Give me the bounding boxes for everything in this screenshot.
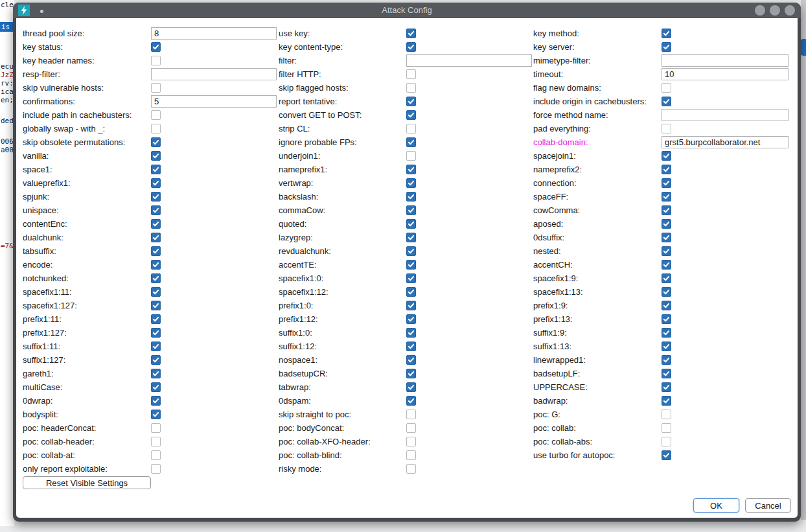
checkbox-use-turbo-for-autopoc[interactable] [662,450,671,460]
checkbox-prefix1-0[interactable] [406,301,416,310]
window-minimize-button[interactable] [755,5,765,16]
checkbox-skip-vulnerable-hosts[interactable] [151,83,161,93]
input-resp-filter[interactable] [151,68,277,80]
checkbox-include-origin-in-cachebusters[interactable] [662,97,671,106]
window-close-button[interactable] [785,5,795,16]
checkbox-include-path-in-cachebusters[interactable] [151,110,161,120]
checkbox-filter-http[interactable] [406,69,416,79]
checkbox-report-tentative[interactable] [406,97,416,106]
checkbox-suffix1-12[interactable] [406,341,416,351]
checkbox-accentte[interactable] [406,260,416,270]
checkbox-0dspam[interactable] [406,396,416,406]
checkbox-backslash[interactable] [406,192,416,202]
checkbox-poc-headerconcat[interactable] [151,423,161,433]
checkbox-spacefix1-127[interactable] [151,301,161,310]
checkbox-spaceff[interactable] [662,192,671,202]
checkbox-commacow[interactable] [406,205,416,215]
checkbox-suffix1-13[interactable] [662,341,671,351]
input-confirmations[interactable] [151,95,277,108]
input-filter[interactable] [406,54,532,67]
checkbox-connection[interactable] [662,178,671,188]
checkbox-pad-everything[interactable] [662,124,671,133]
checkbox-vertwrap[interactable] [406,178,416,188]
checkbox-spacefix1-13[interactable] [662,287,671,297]
checkbox-convert-get-to-post[interactable] [406,110,416,120]
checkbox-linewrapped1[interactable] [662,355,671,365]
checkbox-prefix1-127[interactable] [151,328,161,338]
checkbox-nameprefix1[interactable] [406,165,416,174]
checkbox-unispace[interactable] [151,205,161,215]
checkbox-poc-g[interactable] [662,410,671,419]
checkbox-aposed[interactable] [662,219,671,229]
checkbox-encode[interactable] [151,260,161,270]
checkbox-prefix1-11[interactable] [151,314,161,324]
checkbox-accentch[interactable] [662,260,671,270]
checkbox-poc-collab-at[interactable] [151,450,161,460]
checkbox-poc-collab[interactable] [662,423,671,433]
checkbox-spacefix1-12[interactable] [406,287,416,297]
checkbox-0dwrap[interactable] [151,396,161,406]
checkbox-suffix1-127[interactable] [151,355,161,365]
checkbox-badsetuplf[interactable] [662,369,671,378]
checkbox-spacefix1-9[interactable] [662,273,671,283]
checkbox-badwrap[interactable] [662,396,671,406]
checkbox-spacefix1-0[interactable] [406,273,416,283]
checkbox-valueprefix1[interactable] [151,178,161,188]
checkbox-only-report-exploitable[interactable] [151,464,161,474]
checkbox-badsetupcr[interactable] [406,369,416,378]
checkbox-suffix1-0[interactable] [406,328,416,338]
input-force-method-name[interactable] [662,109,789,121]
input-timeout[interactable] [662,68,789,80]
cancel-button[interactable]: Cancel [745,498,791,513]
checkbox-revdualchunk[interactable] [406,246,416,256]
checkbox-prefix1-9[interactable] [662,301,671,310]
input-collab-domain[interactable] [662,136,789,148]
checkbox-lazygrep[interactable] [406,233,416,242]
checkbox-poc-collab-header[interactable] [151,437,161,446]
checkbox-cowcomma[interactable] [662,205,671,215]
checkbox-strip-cl[interactable] [406,124,416,133]
checkbox-poc-bodyconcat[interactable] [406,423,416,433]
checkbox-bodysplit[interactable] [151,410,161,419]
checkbox-skip-obsolete-permutations[interactable] [151,137,161,147]
checkbox-use-key[interactable] [406,29,416,38]
input-mimetype-filter[interactable] [662,54,789,67]
checkbox-contentenc[interactable] [151,219,161,229]
checkbox-underjoin1[interactable] [406,151,416,161]
checkbox-poc-collab-abs[interactable] [662,437,671,446]
checkbox-ignore-probable-fps[interactable] [406,137,416,147]
checkbox-tabsuffix[interactable] [151,246,161,256]
checkbox-prefix1-13[interactable] [662,314,671,324]
checkbox-gareth1[interactable] [151,369,161,378]
checkbox-risky-mode[interactable] [406,464,416,474]
checkbox-0dsuffix[interactable] [662,233,671,242]
checkbox-key-server[interactable] [662,42,671,52]
checkbox-skip-straight-to-poc[interactable] [406,410,416,419]
checkbox-uppercase[interactable] [662,382,671,392]
ok-button[interactable]: OK [693,498,739,513]
checkbox-key-method[interactable] [662,29,671,38]
checkbox-poc-collab-xfo-header[interactable] [406,437,416,446]
checkbox-space1[interactable] [151,165,161,174]
checkbox-spacefix1-11[interactable] [151,287,161,297]
checkbox-key-content-type[interactable] [406,42,416,52]
reset-visible-settings-button[interactable]: Reset Visible Settings [23,476,151,489]
window-maximize-button[interactable] [770,5,780,16]
checkbox-notchunked[interactable] [151,273,161,283]
checkbox-suffix1-9[interactable] [662,328,671,338]
checkbox-globally-swap-with[interactable] [151,124,161,133]
checkbox-poc-collab-blind[interactable] [406,450,416,460]
checkbox-dualchunk[interactable] [151,233,161,242]
checkbox-prefix1-12[interactable] [406,314,416,324]
checkbox-multicase[interactable] [151,382,161,392]
checkbox-spacejoin1[interactable] [662,151,671,161]
checkbox-nameprefix2[interactable] [662,165,671,174]
checkbox-suffix1-11[interactable] [151,341,161,351]
checkbox-nested[interactable] [662,246,671,256]
checkbox-flag-new-domains[interactable] [662,83,671,93]
checkbox-key-status[interactable] [151,42,161,52]
checkbox-nospace1[interactable] [406,355,416,365]
checkbox-spjunk[interactable] [151,192,161,202]
checkbox-quoted[interactable] [406,219,416,229]
checkbox-skip-flagged-hosts[interactable] [406,83,416,93]
